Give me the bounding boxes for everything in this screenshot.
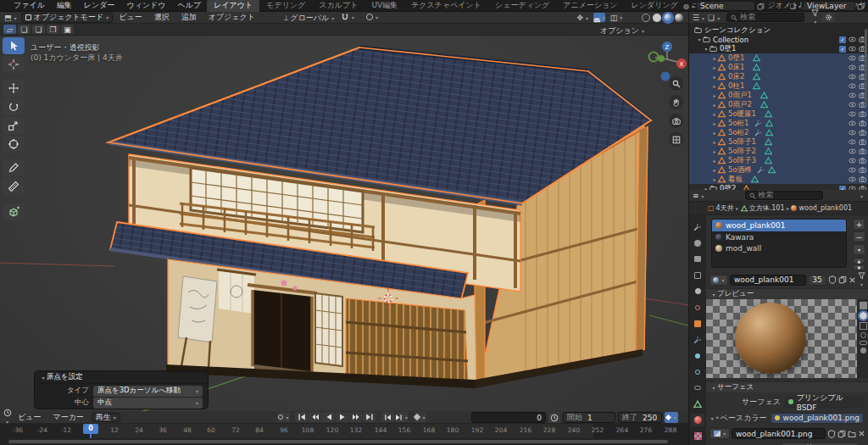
proportional-edit-toggle[interactable] (366, 13, 378, 21)
slot-move-up-button[interactable]: ▲ (853, 258, 865, 264)
use-preview-range-button[interactable] (548, 412, 560, 423)
fake-user-shield-icon[interactable] (828, 275, 837, 284)
preview-panel-header[interactable]: ▾プレビュー (706, 288, 868, 299)
outliner-object-row[interactable]: ▸5o障子2 (689, 147, 868, 156)
center-dropdown[interactable]: 中点 (93, 398, 203, 409)
navigation-gizmo[interactable]: Z X (646, 37, 687, 81)
camera-icon[interactable] (859, 157, 866, 164)
properties-editor-icon[interactable]: ≡ (693, 192, 704, 200)
checkbox-icon[interactable]: ✓ (839, 46, 846, 53)
timeline-menu-marker[interactable]: マーカー (47, 412, 89, 423)
outliner-object-row[interactable]: ▸5o酒樽 (689, 165, 868, 175)
eye-icon[interactable] (849, 175, 856, 183)
workspace-tab-sculpting[interactable]: スカルプト (312, 0, 364, 12)
eye-icon[interactable] (849, 110, 856, 118)
snap-toggle[interactable] (341, 13, 354, 21)
camera-icon[interactable] (859, 175, 866, 183)
tool-option-icon-1[interactable]: ❏ (18, 25, 31, 34)
surface-panel-header[interactable]: ▾サーフェス (706, 381, 868, 392)
unlink-x-icon[interactable] (858, 430, 865, 437)
orientation-dropdown[interactable]: ⟂ グローバル (284, 13, 334, 24)
menu-help[interactable]: ヘルプ (172, 0, 208, 11)
slot-specials-button[interactable]: ▾ (853, 244, 865, 255)
fake-user-shield-icon[interactable] (827, 430, 836, 438)
eye-icon[interactable] (849, 120, 856, 127)
outliner-object-row[interactable]: ▸0柱1 (689, 81, 868, 91)
tool-move[interactable] (3, 80, 25, 97)
material-filter-funnel[interactable] (858, 272, 865, 288)
workspace-tab-shading[interactable]: シェーディング (488, 0, 556, 12)
shading-rendered-button[interactable] (675, 14, 683, 22)
tab-render[interactable] (691, 236, 704, 249)
eye-icon[interactable] (849, 129, 856, 136)
viewport-3d[interactable]: ユーザー・透視投影 (0) 1カウンター席 | 4天井 Z X (0, 36, 688, 411)
camera-icon[interactable] (859, 138, 866, 146)
menu-add[interactable]: 追加 (175, 12, 203, 23)
eye-icon[interactable] (849, 92, 856, 99)
menu-edit[interactable]: 編集 (51, 0, 78, 11)
checkbox-icon[interactable]: ✓ (839, 36, 846, 43)
prev-keyframe-button[interactable] (309, 412, 321, 422)
tool-transform[interactable] (3, 136, 25, 153)
eye-icon[interactable] (849, 73, 856, 81)
tab-scene[interactable] (691, 285, 704, 298)
tool-annotate[interactable] (3, 159, 25, 176)
operator-panel-header[interactable]: ▾ 原点を設定 (35, 371, 208, 384)
camera-view-button[interactable] (669, 114, 683, 128)
outliner-object-row[interactable]: ▸看板 (689, 175, 868, 184)
slot-row[interactable]: Kawara (712, 231, 846, 242)
camera-icon[interactable] (859, 120, 866, 127)
material-users-count[interactable]: 35 (808, 275, 826, 286)
image-name-field[interactable]: wood_plank001.png (732, 428, 826, 439)
zoom-button[interactable] (669, 76, 683, 91)
workspace-tab-rendering[interactable]: レンダリング (625, 0, 685, 12)
slot-move-down-button[interactable]: ▼ (853, 264, 865, 270)
jump-end-button[interactable] (363, 412, 376, 422)
eye-icon[interactable] (849, 101, 856, 108)
breadcrumb-object[interactable]: 4天井 (716, 203, 734, 213)
properties-options[interactable] (858, 192, 863, 200)
tab-material[interactable] (691, 414, 704, 426)
material-name-field[interactable]: wood_plank001 (730, 275, 806, 286)
colorspace-dropdown[interactable]: リニア (781, 442, 859, 445)
camera-icon[interactable] (859, 166, 866, 174)
shading-solid-button[interactable] (653, 14, 661, 22)
gizmo-toggle[interactable]: ✥ (576, 14, 588, 22)
eye-icon[interactable] (849, 157, 856, 164)
xray-toggle[interactable]: ◫ (610, 13, 622, 22)
outliner-scrollbar[interactable] (865, 29, 867, 105)
eye-icon[interactable] (849, 166, 856, 174)
unlink-x-icon[interactable] (849, 276, 856, 284)
tool-select-box[interactable] (3, 37, 25, 54)
tool-option-icon-2[interactable]: ❏ (32, 25, 45, 34)
step-forward-button[interactable] (395, 412, 408, 422)
keyframe-insert-button[interactable] (665, 412, 678, 423)
outliner-object-row[interactable]: ▸5o暖簾1 (689, 109, 868, 119)
tab-modifiers[interactable] (691, 333, 704, 346)
open-folder-icon[interactable] (848, 430, 856, 438)
eye-icon[interactable] (849, 82, 856, 90)
play-reverse-button[interactable] (322, 412, 335, 422)
tab-particles[interactable] (691, 349, 704, 362)
outliner-display-mode[interactable]: ☰ (693, 14, 704, 22)
active-tool-icon[interactable]: ▱ (3, 25, 16, 34)
workspace-tab-modeling[interactable]: モデリング (259, 0, 312, 12)
eye-icon[interactable] (849, 64, 856, 71)
outliner-row-scene-collection[interactable]: シーンコレクション (689, 25, 868, 35)
eye-icon[interactable] (849, 36, 856, 43)
outliner-search-input[interactable]: 検索 (726, 13, 804, 22)
tool-add-cube[interactable] (3, 203, 25, 220)
remove-slot-button[interactable]: − (853, 231, 865, 242)
next-keyframe-button[interactable] (349, 412, 362, 422)
origin-type-dropdown[interactable]: 原点を3Dカーソルへ移動 (93, 386, 203, 397)
slot-row[interactable]: mod_wall (712, 242, 846, 253)
tool-option-icon-4[interactable]: ▣ (61, 25, 74, 34)
preview-flat-button[interactable] (860, 302, 867, 309)
ortho-toggle-button[interactable] (669, 132, 683, 147)
frame-end-field[interactable]: 終了250 (618, 412, 662, 423)
preview-cloth-button[interactable] (860, 341, 867, 345)
menu-view[interactable]: ビュー (113, 12, 147, 23)
current-frame-field[interactable]: 0 (471, 412, 546, 423)
preview-sphere-button[interactable] (860, 312, 867, 320)
outliner-row-collection[interactable]: ▾ Collection ✓ (689, 35, 868, 44)
